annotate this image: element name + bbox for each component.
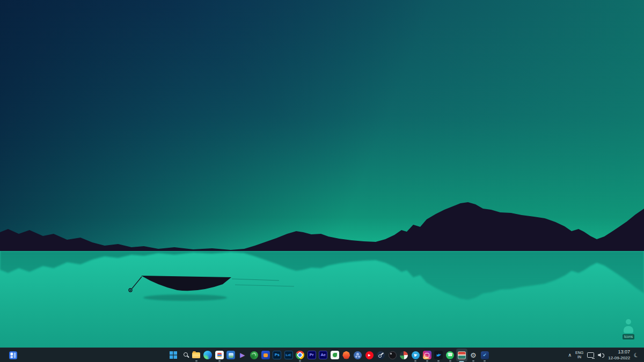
taskbar-icon-active-photo-app[interactable]: [456, 349, 468, 361]
taskbar-icon-brave[interactable]: [341, 348, 353, 362]
desktop[interactable]: Icons ▶ Ps LrC: [0, 0, 644, 362]
system-tray: ∧ ENG IN 13:07 12-09-2022 ☾: [568, 348, 644, 362]
taskbar-icon-chrome[interactable]: [295, 348, 306, 362]
color-wheel-icon: [400, 351, 408, 359]
desktop-icon-label: Icons: [623, 334, 635, 339]
store-icon: [215, 351, 224, 359]
taskbar-icon-blue-circle-app[interactable]: [352, 348, 364, 362]
taskbar-icon-whatsapp[interactable]: ☎: [444, 348, 456, 362]
premiere-pro-icon: Pr: [308, 351, 316, 359]
taskbar-icon-settings[interactable]: ⚙: [467, 348, 479, 362]
language-line1: ENG: [575, 351, 583, 355]
clock[interactable]: 13:07 12-09-2022: [608, 349, 630, 361]
do-not-disturb-moon-icon[interactable]: ☾: [633, 351, 640, 359]
youtube-music-icon: ▶: [365, 351, 374, 359]
media-player-icon: ▶: [240, 352, 245, 358]
tray-chevron-up-icon[interactable]: ∧: [568, 352, 572, 358]
user-icon: [623, 319, 634, 333]
taskbar-icon-after-effects[interactable]: Ae: [318, 348, 330, 362]
taskbar-icon-telegram[interactable]: [410, 348, 422, 362]
steam-icon: [377, 351, 385, 359]
instagram-icon: [423, 351, 431, 359]
taskbar-icon-store[interactable]: [214, 348, 225, 362]
file-explorer-icon: [192, 352, 200, 358]
after-effects-icon: Ae: [319, 351, 327, 359]
search-icon: [184, 352, 188, 357]
whatsapp-icon: ☎: [446, 351, 454, 359]
taskbar-icon-idm[interactable]: [248, 348, 260, 362]
windows-start-icon: [170, 351, 177, 359]
mountain-silhouette: [0, 202, 644, 251]
twitter-icon: [434, 351, 443, 359]
taskbar-icon-search[interactable]: [179, 348, 191, 362]
chrome-icon: [296, 351, 304, 359]
check-app-icon: ✔: [481, 351, 489, 359]
taskbar-icon-camera-lens-app[interactable]: [387, 348, 399, 362]
active-photo-app-icon: [458, 351, 466, 359]
download-manager-icon: [250, 351, 258, 359]
time-label: 13:07: [618, 349, 631, 356]
brave-browser-icon: [342, 351, 350, 359]
photoshop-icon: Ps: [273, 351, 281, 359]
taskbar-icon-lightroom-classic[interactable]: LrC: [283, 348, 295, 362]
taskbar-icon-edge[interactable]: [202, 348, 214, 362]
taskbar: ▶ Ps LrC Pr Ae ▶ ☎ ⚙ ✔ ∧ ENG: [0, 348, 644, 362]
taskbar-icon-media-player[interactable]: ▶: [237, 348, 248, 362]
taskbar-icon-instagram[interactable]: [421, 348, 433, 362]
desktop-icon-user-folder[interactable]: Icons: [617, 319, 640, 339]
photos-icon: [226, 351, 235, 359]
language-line2: IN: [577, 355, 581, 359]
taskbar-icon-photoshop[interactable]: Ps: [272, 348, 283, 362]
taskbar-icon-widgets[interactable]: [8, 348, 19, 362]
taskbar-icon-color-wheel-app[interactable]: [398, 348, 410, 362]
taskbar-icon-photos[interactable]: [225, 348, 237, 362]
telegram-icon: [412, 351, 420, 359]
taskbar-icon-start[interactable]: [167, 348, 179, 362]
blue-circle-app-icon: [354, 351, 362, 359]
lightroom-classic-icon: LrC: [284, 351, 293, 359]
taskbar-icon-orange-blue-app[interactable]: [260, 348, 272, 362]
taskbar-icon-youtube-music[interactable]: ▶: [364, 348, 376, 362]
white-green-app-icon: [331, 351, 339, 359]
taskbar-icon-steam[interactable]: [375, 348, 387, 362]
volume-icon[interactable]: [598, 352, 604, 358]
taskbar-icon-twitter[interactable]: [433, 348, 445, 362]
wallpaper-image: [0, 0, 644, 362]
widgets-icon: [9, 351, 17, 359]
taskbar-icon-todo-check-app[interactable]: ✔: [479, 348, 491, 362]
settings-gear-icon: ⚙: [470, 352, 477, 359]
edge-browser-icon: [203, 351, 212, 359]
taskbar-icon-file-explorer[interactable]: [191, 348, 202, 362]
network-icon[interactable]: [587, 352, 594, 358]
taskbar-icon-white-green-app[interactable]: [329, 348, 341, 362]
camera-lens-icon: [389, 351, 397, 359]
taskbar-icon-premiere-pro[interactable]: Pr: [306, 348, 318, 362]
language-indicator[interactable]: ENG IN: [575, 351, 583, 359]
date-label: 12-09-2022: [608, 356, 630, 361]
orange-blue-app-icon: [261, 351, 270, 359]
